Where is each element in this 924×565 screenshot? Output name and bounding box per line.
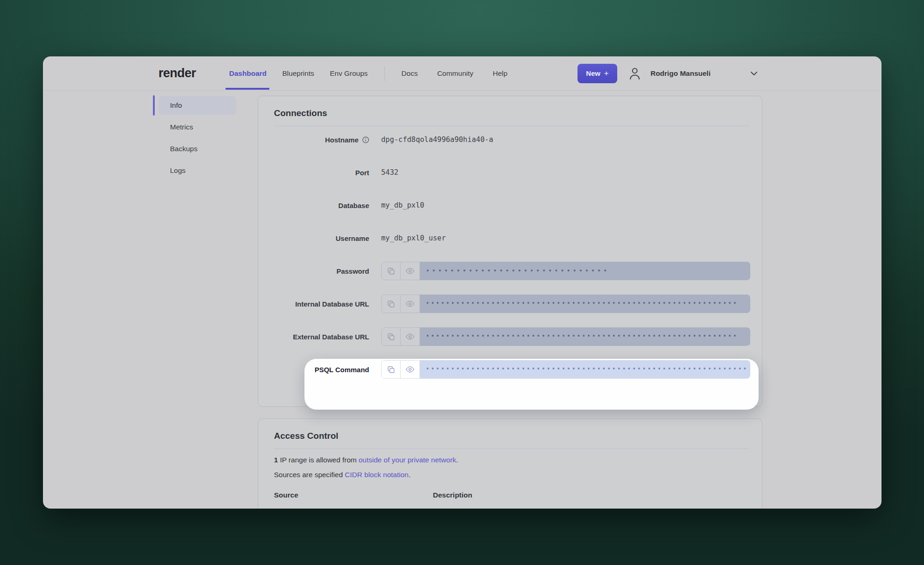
sidebar-item-metrics[interactable]: Metrics	[158, 118, 236, 136]
connections-card: Connections Hostname	[258, 96, 762, 407]
chevron-down-icon	[750, 71, 758, 76]
copy-button[interactable]	[381, 360, 401, 379]
reveal-eye-button[interactable]	[401, 262, 420, 280]
private-network-link[interactable]: outside of your private network	[359, 456, 456, 464]
nav-links: Docs Community Help	[401, 69, 508, 78]
sidebar-item-logs[interactable]: Logs	[158, 161, 236, 180]
psql-command-masked-field[interactable]: ••••••••••••••••••••••••••••••••••••••••…	[420, 360, 750, 379]
reveal-eye-button[interactable]	[401, 327, 420, 346]
link-community[interactable]: Community	[437, 69, 473, 78]
access-control-title: Access Control	[258, 419, 762, 448]
copy-button[interactable]	[381, 295, 401, 313]
database-value: my_db_pxl0	[381, 201, 424, 209]
sidebar-item-info[interactable]: Info	[158, 96, 236, 115]
access-table-headers: Source Description	[274, 491, 746, 499]
desktop-background: render Dashboard Blueprints Env Groups D…	[0, 0, 924, 565]
sidebar: Info Metrics Backups Logs	[43, 91, 258, 183]
external-url-masked-field[interactable]: ••••••••••••••••••••••••••••••••••••••••…	[420, 327, 750, 346]
top-nav: render Dashboard Blueprints Env Groups D…	[43, 56, 881, 91]
section-divider	[274, 448, 749, 449]
main-content: Connections Hostname	[258, 91, 762, 509]
app-window: render Dashboard Blueprints Env Groups D…	[43, 56, 881, 509]
user-menu[interactable]: Rodrigo Mansueli	[628, 67, 758, 80]
row-database: Database my_db_pxl0	[258, 196, 762, 215]
ip-range-text: 1 IP range is allowed from outside of yo…	[274, 456, 746, 464]
reveal-eye-button[interactable]	[401, 295, 420, 313]
tab-env-groups[interactable]: Env Groups	[330, 56, 368, 91]
nav-divider	[384, 66, 385, 81]
cidr-notation-link[interactable]: CIDR block notation	[345, 471, 408, 479]
row-hostname: Hostname dpg-cfd8qola4996a90hia40-a	[258, 130, 762, 149]
reveal-eye-button[interactable]	[401, 360, 420, 379]
row-password: Password	[258, 262, 762, 280]
tab-dashboard[interactable]: Dashboard	[229, 56, 267, 91]
source-column-header: Source	[274, 491, 433, 499]
new-button[interactable]: New+	[578, 64, 617, 83]
hostname-value: dpg-cfd8qola4996a90hia40-a	[381, 135, 493, 144]
tab-blueprints[interactable]: Blueprints	[282, 56, 314, 91]
link-help[interactable]: Help	[493, 69, 508, 78]
link-docs[interactable]: Docs	[401, 69, 418, 78]
internal-url-masked-field[interactable]: ••••••••••••••••••••••••••••••••••••••••…	[420, 295, 750, 313]
user-icon	[628, 67, 641, 80]
row-external-database-url: External Database URL	[258, 327, 762, 346]
sources-text: Sources are specified CIDR block notatio…	[274, 471, 746, 479]
copy-button[interactable]	[381, 262, 401, 280]
render-logo: render	[158, 66, 196, 80]
description-column-header: Description	[433, 491, 472, 499]
sidebar-item-backups[interactable]: Backups	[158, 140, 236, 158]
row-username: Username my_db_pxl0_user	[258, 229, 762, 247]
info-icon[interactable]	[362, 136, 369, 143]
access-control-card: Access Control 1 IP range is allowed fro…	[258, 418, 762, 509]
port-value: 5432	[381, 168, 398, 177]
nav-tabs: Dashboard Blueprints Env Groups	[229, 56, 368, 91]
user-name: Rodrigo Mansueli	[650, 69, 711, 78]
plus-icon: +	[604, 69, 608, 78]
username-value: my_db_pxl0_user	[381, 234, 446, 242]
copy-button[interactable]	[381, 327, 401, 346]
password-masked-field[interactable]: ••••••••••••••••••••••••••••••	[420, 262, 750, 280]
row-internal-database-url: Internal Database URL	[258, 295, 762, 313]
row-psql-command: PSQL Command	[258, 360, 762, 379]
row-port: Port 5432	[258, 163, 762, 182]
connections-title: Connections	[258, 96, 762, 126]
